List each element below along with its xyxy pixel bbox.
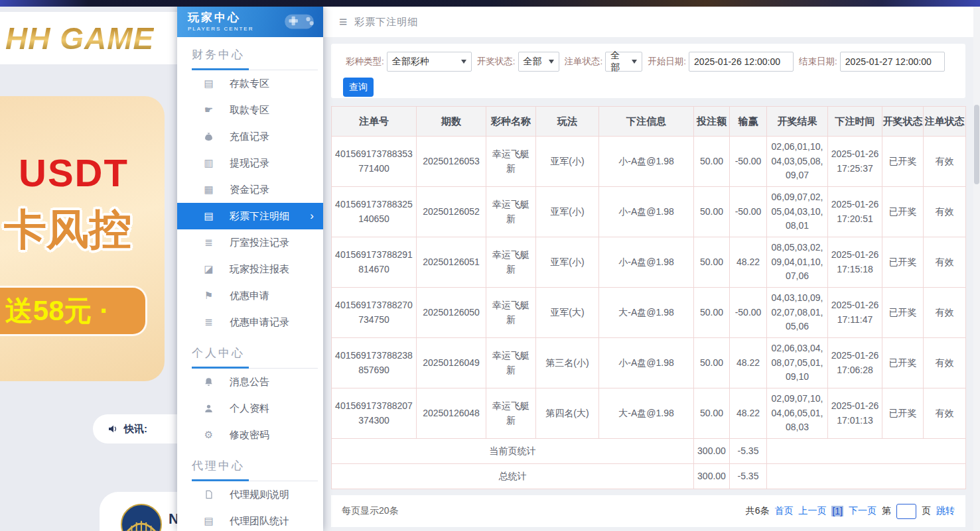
sidebar-item-agent-team-stats[interactable]: ▤代理团队统计: [177, 508, 323, 531]
table-row: 40156917378829181467020250126051幸运飞艇新亚军(…: [332, 237, 966, 288]
table-cell: 50.00: [694, 288, 730, 338]
scrollbar-thumb[interactable]: [974, 105, 979, 184]
column-header: 彩种名称: [486, 107, 536, 137]
table-cell: 大-A盘@1.98: [599, 388, 694, 439]
table-cell: 20250126053: [417, 137, 486, 187]
sidebar-item-profile[interactable]: 个人资料: [177, 395, 323, 422]
jump-suffix-label: 页: [922, 505, 931, 517]
column-header: 注单状态: [924, 107, 966, 137]
table-cell: 50.00: [694, 187, 730, 237]
table-cell: 50.00: [694, 137, 730, 187]
current-page-indicator[interactable]: [1]: [831, 506, 843, 516]
table-row: 40156917378832514065020250126052幸运飞艇新亚军(…: [332, 187, 966, 237]
table-cell: 20250126049: [417, 338, 486, 388]
sidebar-section-title: 个人中心: [192, 345, 323, 361]
table-cell: 02,06,03,04,08,07,05,01,09,10: [767, 338, 828, 388]
menu-toggle-icon[interactable]: ≡: [339, 14, 347, 30]
sidebar-item-label: 消息公告: [230, 376, 269, 388]
sidebar-item-lottery-bet-details[interactable]: ▤彩票下注明细›: [177, 203, 323, 229]
sidebar-item-promo-apply[interactable]: ⚑优惠申请: [177, 282, 323, 309]
table-cell: 小-A盘@1.98: [599, 187, 694, 237]
gift-icon: ⚑: [202, 290, 215, 302]
table-header-row: 注单号期数彩种名称玩法下注信息投注额输赢开奖结果下注时间开奖状态注单状态: [332, 107, 966, 137]
table-cell: 02,06,01,10,04,03,05,08,09,07: [767, 137, 828, 187]
bell-icon: [202, 377, 215, 387]
first-page-link[interactable]: 首页: [774, 505, 793, 517]
table-row: 40156917378823885769020250126049幸运飞艇新第三名…: [332, 338, 966, 388]
jump-link[interactable]: 跳转: [936, 505, 955, 517]
bet-details-table-card: 注单号期数彩种名称玩法下注信息投注额输赢开奖结果下注时间开奖状态注单状态 401…: [331, 106, 965, 489]
sidebar-item-deposit-zone[interactable]: ▤存款专区: [177, 70, 323, 97]
table-cell: 第四名(大): [536, 388, 599, 439]
sidebar-section: 代理中心: [177, 448, 323, 481]
sidebar-item-change-password[interactable]: ⚙修改密码: [177, 422, 323, 448]
summary-row: 当前页统计300.00-5.35: [332, 439, 966, 464]
scrollbar[interactable]: [973, 7, 980, 531]
end-date-input[interactable]: 2025-01-27 12:00:00: [840, 52, 945, 72]
table-cell: 48.22: [730, 237, 767, 288]
sidebar-item-withdraw-zone[interactable]: ☛取款专区: [177, 97, 323, 123]
prev-page-link[interactable]: 上一页: [798, 505, 826, 517]
sidebar-item-player-bet-report[interactable]: ◪玩家投注报表: [177, 256, 323, 282]
table-row: 40156917378827073475020250126050幸运飞艇新亚军(…: [332, 288, 966, 338]
sidebar-item-withdrawal-records[interactable]: ▥提现记录: [177, 150, 323, 176]
table-cell: 401569173788238857690: [332, 338, 417, 388]
total-count-text: 共6条: [746, 505, 770, 517]
table-cell: 401569173788291814670: [332, 237, 417, 288]
pagination-bar: 每页显示20条 共6条 首页 上一页 [1] 下一页 第 页 跳转: [331, 495, 965, 527]
sidebar-item-hall-bet-records[interactable]: ≣厅室投注记录: [177, 229, 323, 256]
table-cell: 2025-01-26 17:25:37: [828, 137, 882, 187]
summary-blank: [767, 464, 966, 489]
table-cell: 401569173788207374300: [332, 388, 417, 439]
promo-usdt-text: USDT: [19, 150, 129, 195]
table-cell: 幸运飞艇新: [486, 388, 536, 439]
start-date-input[interactable]: 2025-01-26 12:00:00: [689, 52, 794, 72]
sidebar-item-messages[interactable]: 消息公告: [177, 369, 323, 395]
table-cell: 20250126050: [417, 288, 486, 338]
summary-bet-total: 300.00: [694, 439, 730, 464]
search-button[interactable]: 查询: [343, 78, 374, 97]
sidebar-menu: 财务中心▤存款专区☛取款专区充值记录▥提现记录▦资金记录▤彩票下注明细›≣厅室投…: [177, 37, 323, 531]
moneybag-icon: [202, 132, 215, 142]
page-title: 彩票下注明细: [354, 16, 418, 29]
table-cell: 有效: [924, 137, 966, 187]
window-top-strip: [0, 0, 980, 7]
table-cell: 2025-01-26 17:11:47: [828, 288, 882, 338]
bet-details-table: 注单号期数彩种名称玩法下注信息投注额输赢开奖结果下注时间开奖状态注单状态 401…: [331, 106, 966, 489]
sidebar-item-label: 充值记录: [230, 131, 269, 143]
draw-status-select[interactable]: 全部: [518, 52, 559, 72]
doc-icon: [202, 490, 215, 499]
lottery-type-value: 全部彩种: [392, 56, 429, 68]
sidebar-item-funds-records[interactable]: ▦资金记录: [177, 176, 323, 203]
order-status-select[interactable]: 全部: [605, 52, 642, 72]
wallet-icon: ▦: [202, 184, 215, 196]
sidebar-section-title: 代理中心: [192, 458, 323, 473]
sidebar-item-recharge-records[interactable]: 充值记录: [177, 123, 323, 150]
sidebar-item-promo-apply-records[interactable]: ≣优惠申请记录: [177, 309, 323, 335]
table-cell: 亚军(小): [536, 237, 599, 288]
table-cell: 02,09,07,10,04,06,05,01,08,03: [767, 388, 828, 439]
ticker-label: 快讯:: [124, 423, 147, 436]
table-cell: 06,09,07,02,05,04,03,10,08,01: [767, 187, 828, 237]
chevron-down-icon: [461, 60, 466, 64]
sidebar-item-agent-rules[interactable]: 代理规则说明: [177, 481, 323, 508]
filter-row: 彩种类型: 全部彩种 开奖状态: 全部 注单状态: 全部 开始日期: 2025-…: [343, 52, 965, 72]
table-cell: 已开奖: [882, 237, 924, 288]
table-cell: 幸运飞艇新: [486, 137, 536, 187]
table-cell: 2025-01-26 17:20:51: [828, 187, 882, 237]
table-cell: 已开奖: [882, 288, 924, 338]
column-header: 输赢: [730, 107, 767, 137]
table-cell: 幸运飞艇新: [486, 237, 536, 288]
lottery-type-select[interactable]: 全部彩种: [387, 52, 472, 72]
promo-banner[interactable]: USDT 卡风控 送58元 ·: [0, 96, 165, 381]
order-status-value: 全部: [610, 50, 627, 74]
table-row: 40156917378835377140020250126053幸运飞艇新亚军(…: [332, 137, 966, 187]
column-header: 开奖状态: [882, 107, 924, 137]
sidebar-item-label: 优惠申请记录: [230, 316, 289, 329]
jump-page-input[interactable]: [896, 504, 916, 519]
card-icon: ▤: [202, 78, 215, 89]
filter-bar: 彩种类型: 全部彩种 开奖状态: 全部 注单状态: 全部 开始日期: 2025-…: [331, 44, 965, 98]
table-cell: 50.00: [694, 338, 730, 388]
table-cell: 小-A盘@1.98: [599, 137, 694, 187]
next-page-link[interactable]: 下一页: [849, 505, 876, 517]
